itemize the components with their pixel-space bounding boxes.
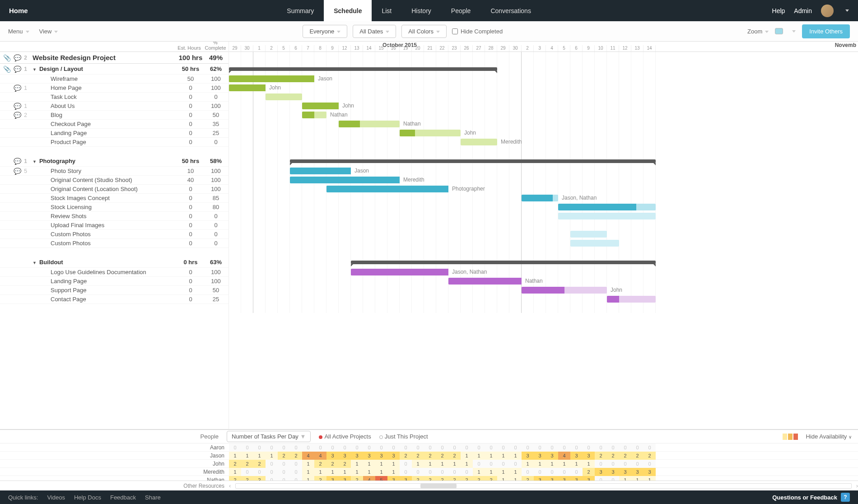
- people-scrollbar[interactable]: [235, 483, 851, 489]
- workload-cell[interactable]: 1: [448, 460, 461, 468]
- group-row[interactable]: 💬1Photography50 hrs58%: [0, 156, 228, 167]
- filter-people-dropdown[interactable]: Everyone: [303, 25, 347, 38]
- workload-cell[interactable]: 2: [448, 452, 461, 460]
- workload-cell[interactable]: 1: [497, 476, 509, 481]
- workload-cell[interactable]: 2: [436, 476, 448, 481]
- workload-cell[interactable]: 1: [424, 460, 436, 468]
- workload-cell[interactable]: 0: [229, 443, 241, 452]
- task-bar[interactable]: Jason: [229, 75, 314, 82]
- task-row[interactable]: Task Lock00: [0, 93, 228, 102]
- workload-cell[interactable]: 0: [424, 468, 436, 476]
- workload-cell[interactable]: 2: [253, 476, 266, 481]
- workload-cell[interactable]: 0: [619, 460, 631, 468]
- task-bar[interactable]: Meredith: [461, 139, 497, 145]
- workload-cell[interactable]: 1: [241, 452, 253, 460]
- tasks-per-day-dropdown[interactable]: Number of Tasks Per Day ▼: [227, 431, 311, 442]
- workload-cell[interactable]: 0: [595, 476, 607, 481]
- workload-cell[interactable]: 3: [644, 468, 656, 476]
- workload-cell[interactable]: 3: [570, 452, 583, 460]
- workload-cell[interactable]: 3: [326, 452, 339, 460]
- workload-cell[interactable]: 1: [546, 460, 558, 468]
- workload-cell[interactable]: 0: [339, 443, 351, 452]
- person-name[interactable]: Meredith: [0, 469, 229, 475]
- attachment-icon[interactable]: 📎: [3, 65, 11, 73]
- workload-cell[interactable]: 0: [461, 443, 473, 452]
- workload-cell[interactable]: 1: [387, 460, 400, 468]
- workload-cell[interactable]: 2: [278, 452, 290, 460]
- workload-cell[interactable]: 0: [570, 468, 583, 476]
- workload-cell[interactable]: 0: [351, 443, 363, 452]
- group-row[interactable]: Buildout0 hrs63%: [0, 257, 228, 268]
- workload-cell[interactable]: 0: [326, 443, 339, 452]
- admin-link[interactable]: Admin: [794, 7, 812, 14]
- workload-cell[interactable]: 0: [290, 443, 302, 452]
- workload-cell[interactable]: 1: [485, 468, 497, 476]
- workload-cell[interactable]: 2: [461, 476, 473, 481]
- task-bar[interactable]: [570, 231, 607, 238]
- workload-cell[interactable]: 3: [534, 452, 546, 460]
- workload-cell[interactable]: 0: [570, 443, 583, 452]
- project-row[interactable]: 📎💬2Website Redesign Project100 hrs49%: [0, 52, 228, 64]
- workload-cell[interactable]: 2: [290, 452, 302, 460]
- workload-cell[interactable]: 4: [314, 452, 326, 460]
- task-bar[interactable]: John: [302, 103, 339, 109]
- task-bar[interactable]: Jason, Nathan: [522, 195, 558, 201]
- workload-cell[interactable]: 0: [436, 468, 448, 476]
- task-row[interactable]: Stock Images Concept085: [0, 194, 228, 203]
- workload-cell[interactable]: 0: [448, 468, 461, 476]
- workload-cell[interactable]: 0: [253, 468, 266, 476]
- workload-cell[interactable]: 0: [290, 476, 302, 481]
- workload-cell[interactable]: 0: [497, 460, 509, 468]
- workload-cell[interactable]: 2: [314, 476, 326, 481]
- footer-link-share[interactable]: Share: [145, 494, 161, 501]
- person-name[interactable]: Aaron: [0, 444, 229, 451]
- workload-cell[interactable]: 0: [509, 460, 522, 468]
- workload-cell[interactable]: 3: [546, 452, 558, 460]
- workload-cell[interactable]: 0: [241, 468, 253, 476]
- task-row[interactable]: Upload Final Images00: [0, 221, 228, 230]
- menu-dropdown[interactable]: Menu: [8, 28, 29, 35]
- task-bar[interactable]: Meredith: [290, 177, 400, 183]
- comment-icon[interactable]: 💬: [14, 54, 21, 61]
- questions-feedback-button[interactable]: Questions or Feedback?: [772, 493, 850, 502]
- workload-cell[interactable]: 0: [363, 443, 375, 452]
- workload-cell[interactable]: 0: [497, 443, 509, 452]
- workload-cell[interactable]: 0: [473, 443, 485, 452]
- workload-cell[interactable]: 1: [497, 468, 509, 476]
- workload-cell[interactable]: 3: [534, 476, 546, 481]
- workload-cell[interactable]: 0: [619, 443, 631, 452]
- workload-cell[interactable]: 2: [583, 468, 595, 476]
- workload-cell[interactable]: 0: [583, 443, 595, 452]
- workload-cell[interactable]: 1: [302, 460, 314, 468]
- workload-cell[interactable]: 0: [387, 443, 400, 452]
- workload-cell[interactable]: 1: [509, 452, 522, 460]
- workload-cell[interactable]: 0: [290, 468, 302, 476]
- workload-cell[interactable]: 1: [461, 452, 473, 460]
- workload-cell[interactable]: 3: [339, 476, 351, 481]
- task-bar[interactable]: Photographer: [326, 186, 448, 192]
- task-row[interactable]: 💬1Home Page0100: [0, 84, 228, 93]
- task-row[interactable]: Support Page050: [0, 286, 228, 295]
- workload-cell[interactable]: 4: [363, 476, 375, 481]
- workload-cell[interactable]: 2: [229, 476, 241, 481]
- color-swatch[interactable]: [775, 28, 783, 34]
- view-dropdown[interactable]: View: [39, 28, 58, 35]
- comment-icon[interactable]: 💬: [14, 158, 21, 165]
- task-row[interactable]: Stock Licensing080: [0, 203, 228, 212]
- workload-cell[interactable]: 0: [302, 443, 314, 452]
- workload-cell[interactable]: 0: [241, 443, 253, 452]
- workload-cell[interactable]: 0: [424, 443, 436, 452]
- workload-cell[interactable]: 0: [607, 476, 619, 481]
- workload-cell[interactable]: 0: [546, 468, 558, 476]
- workload-cell[interactable]: 0: [266, 460, 278, 468]
- workload-cell[interactable]: 2: [339, 460, 351, 468]
- task-bar[interactable]: John: [229, 84, 266, 91]
- task-row[interactable]: Checkout Page035: [0, 120, 228, 129]
- person-name[interactable]: Nathan: [0, 477, 229, 481]
- gantt-pane[interactable]: October 2015 Novemb 29301256789121314151…: [229, 42, 858, 429]
- chevron-down-icon[interactable]: [845, 9, 849, 12]
- help-link[interactable]: Help: [772, 7, 785, 14]
- workload-cell[interactable]: 0: [534, 443, 546, 452]
- tab-list[interactable]: List: [372, 0, 401, 21]
- chevron-down-icon[interactable]: [792, 30, 796, 33]
